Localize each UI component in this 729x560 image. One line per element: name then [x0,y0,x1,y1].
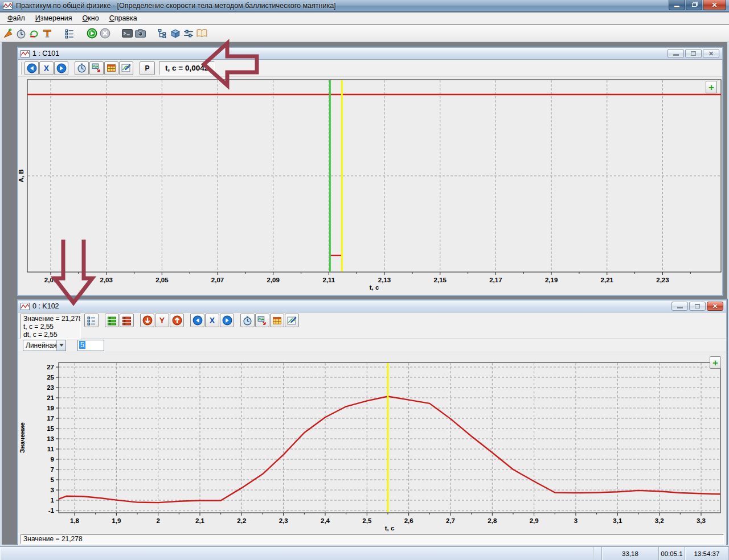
svg-text:2,23: 2,23 [656,277,669,283]
k102-table-button[interactable] [270,314,284,327]
window-k102: 0 : K102 ✕ Значение = 21,278 t, c = 2,55… [17,299,727,544]
k102-title-bar[interactable]: 0 : K102 ✕ [18,300,726,312]
k102-scale-down-button[interactable] [140,314,154,327]
circle-up-arrow-icon [172,315,182,326]
app-root: { "window": { "title": "Практикум по общ… [0,0,729,560]
close-icon: ✕ [708,51,714,57]
k102-list-green-button[interactable] [105,314,119,327]
c101-chart-area: 2,012,032,052,072,092,112,132,152,172,19… [18,77,722,295]
c101-close-button[interactable]: ✕ [703,49,719,58]
restore-button[interactable] [686,0,702,10]
c101-prev-cursor-button[interactable] [24,61,39,75]
console-icon [122,28,133,38]
menu-measurements[interactable]: Измерения [30,13,77,23]
c101-p-button[interactable]: P [140,61,155,75]
svg-text:2,09: 2,09 [267,277,280,283]
k102-title: 0 : K102 [32,302,59,310]
svg-text:3: 3 [574,517,578,524]
export-image-icon [92,63,101,73]
menu-help[interactable]: Справка [104,13,142,23]
k102-points-input[interactable]: 5 [77,340,104,351]
input-value: 5 [79,341,85,349]
snapshot-button[interactable] [134,27,146,40]
timer-button[interactable] [15,27,27,40]
k102-chart[interactable]: 1,81,922,12,22,32,42,52,62,72,82,933,13,… [18,352,726,533]
k102-edit-chart-button[interactable] [285,314,299,327]
menu-file[interactable]: Файл [2,13,30,23]
status-elapsed-panel: 00:05.1 [659,547,685,560]
c101-title: 1 : C101 [32,50,59,57]
k102-close-button[interactable]: ✕ [707,302,723,311]
console-button[interactable] [121,27,133,40]
circle-left-arrow-icon [27,63,37,73]
svg-text:2,01: 2,01 [44,277,58,283]
c101-chart[interactable]: 2,012,032,052,072,092,112,132,152,172,19… [18,77,722,295]
help-book-button[interactable] [195,27,208,40]
k102-autoscale-button[interactable]: + [710,356,721,369]
menu-window[interactable]: Окно [77,13,104,23]
app-chart-icon [3,2,13,10]
combo-value: Линейная [23,341,56,349]
svg-text:11: 11 [47,446,55,452]
tree-button[interactable] [156,27,169,40]
setup-button[interactable] [2,27,14,40]
c101-autoscale-button[interactable]: + [706,81,717,93]
k102-list-red-button[interactable] [120,314,134,327]
c101-maximize-button[interactable] [685,49,702,58]
k102-scale-up-button[interactable] [170,314,184,327]
k102-next-cursor-button[interactable] [220,314,234,327]
sensor-tool-button[interactable] [41,27,54,40]
svg-text:17: 17 [47,415,54,422]
close-button[interactable]: ✕ [703,0,726,10]
chevron-down-icon[interactable] [56,340,65,351]
list-button[interactable] [63,27,76,40]
export-image-icon [257,316,267,326]
minimize-icon [677,307,683,308]
list-icon [87,316,96,326]
toolbar-grip[interactable] [20,62,22,75]
svg-text:Значение: Значение [19,422,26,453]
c101-stopwatch-button[interactable] [75,61,89,75]
package-icon [170,28,181,39]
svg-text:7: 7 [51,466,54,473]
k102-export-image-button[interactable] [255,314,269,327]
k102-info-value: Значение = 21,278 [23,315,78,323]
main-window-controls: ✕ [668,0,726,10]
k102-scale-mode-combo[interactable]: Линейная [23,340,66,351]
circle-down-arrow-icon [142,315,153,326]
k102-list-button[interactable] [84,314,99,327]
stop-button[interactable] [99,27,111,40]
list-green-icon [107,316,117,326]
minimize-button[interactable] [669,0,685,10]
c101-edit-chart-button[interactable] [119,61,133,75]
svg-text:1,8: 1,8 [70,517,80,524]
c101-table-button[interactable] [104,61,118,75]
k102-minimize-button[interactable] [671,302,688,311]
c101-title-bar[interactable]: 1 : C101 ✕ [18,48,722,60]
settings-button[interactable] [182,27,195,40]
c101-clear-cursor-button[interactable]: X [39,61,54,75]
svg-text:3,1: 3,1 [613,517,622,524]
k102-clear-cursor-button[interactable]: X [205,314,219,327]
k102-stopwatch-button[interactable] [240,314,255,327]
svg-text:9: 9 [51,456,54,463]
k102-y-scale-button[interactable]: Y [155,314,169,327]
svg-text:25: 25 [47,374,54,381]
k102-status-value: Значение = 21,278 [21,534,724,544]
svg-text:19: 19 [47,405,54,411]
k102-prev-cursor-button[interactable] [190,314,204,327]
minimize-icon [673,54,679,56]
undo-button[interactable] [28,27,40,40]
window-c101: 1 : C101 ✕ X [17,47,723,296]
c101-next-cursor-button[interactable] [54,61,68,75]
start-icon [87,28,97,39]
start-button[interactable] [85,27,98,40]
c101-minimize-button[interactable] [667,49,684,58]
circle-right-arrow-icon [222,315,232,326]
edit-chart-icon [121,63,131,73]
package-button[interactable] [169,27,182,40]
minimize-icon [674,6,679,7]
c101-export-image-button[interactable] [89,61,104,75]
k102-maximize-button[interactable] [689,302,706,311]
k102-buttons: Y X [84,314,300,327]
